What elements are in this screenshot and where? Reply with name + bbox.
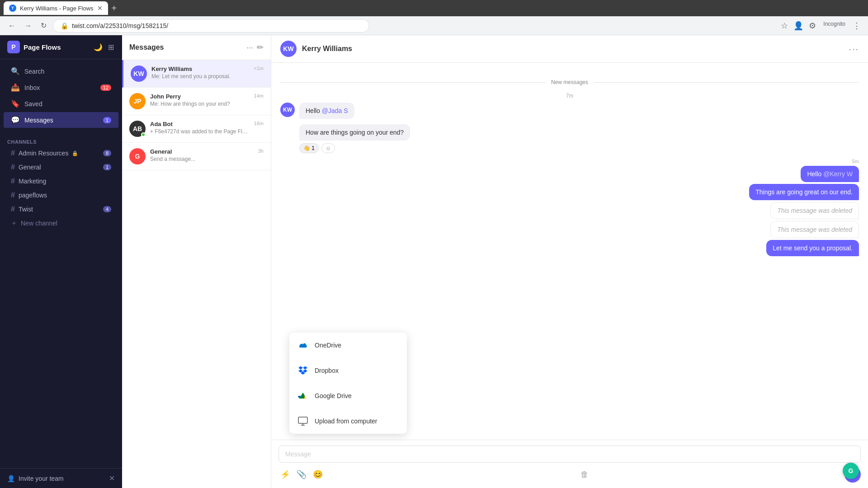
upload-label: Upload from computer: [315, 418, 377, 425]
bookmark-button[interactable]: ☆: [779, 19, 790, 33]
inbox-label: Inbox: [24, 84, 40, 91]
sidebar-item-inbox[interactable]: 📥 Inbox 12: [4, 80, 118, 95]
channel-item-general[interactable]: # General 1: [7, 160, 115, 174]
new-messages-label: New messages: [551, 79, 588, 85]
messages-more-button[interactable]: ···: [246, 42, 253, 52]
moon-icon-button[interactable]: 🌙: [93, 42, 104, 52]
onedrive-icon: [297, 339, 309, 352]
new-channel-button[interactable]: ＋ New channel: [7, 216, 115, 230]
conversation-content-john: John Perry Me: How are things on your en…: [150, 93, 250, 109]
time-kerry: <1m: [254, 66, 264, 82]
profile-button[interactable]: 👤: [792, 19, 805, 33]
back-button[interactable]: ←: [5, 20, 18, 32]
gdrive-label: Google Drive: [315, 392, 352, 399]
attachment-popup: OneDrive Dropbox: [289, 333, 407, 434]
messages-header-actions: ··· ✏: [246, 42, 264, 52]
sender-name-kerry: Kerry Williams: [151, 66, 249, 72]
message-time-7m: 7m: [280, 93, 859, 99]
messages-label: Messages: [24, 117, 53, 124]
url-text: twist.com/a/225310/msg/1582115/: [72, 22, 168, 29]
chat-wrapper: New messages 7m KW Hello @Jada S: [271, 63, 868, 488]
channel-pageflows-name: pageflows: [19, 192, 47, 199]
browser-chrome: T Kerry Williams - Page Flows ✕ +: [0, 0, 868, 16]
invite-label: Invite your team: [19, 475, 64, 482]
lightning-button[interactable]: ⚡: [278, 468, 292, 481]
popup-gdrive[interactable]: Google Drive: [289, 383, 407, 408]
popup-dropbox[interactable]: Dropbox: [289, 358, 407, 383]
sender-name-general: General: [150, 148, 254, 155]
dropbox-icon: [297, 364, 309, 377]
hello-message-bubble: Hello @Jada S: [299, 103, 354, 119]
sender-name-ada: Ada Bot: [150, 121, 250, 127]
sender-name-john: John Perry: [150, 93, 250, 100]
plus-icon: ＋: [11, 219, 17, 227]
channels-heading: Channels: [7, 139, 115, 145]
outgoing-section: 5m Hello @Kerry W Things are going great…: [280, 159, 859, 258]
conversation-item-general[interactable]: G General Send a message... 3h: [122, 143, 271, 170]
popup-upload[interactable]: Upload from computer: [289, 408, 407, 434]
app-container: P Page Flows 🌙 ⊞ 🔍 Search 📥 Inbox 12 🔖 S…: [0, 35, 868, 488]
messages-panel: Messages ··· ✏ KW Kerry Williams Me: Let…: [122, 35, 271, 488]
lock-icon: 🔒: [72, 150, 78, 156]
chat-contact-avatar: KW: [280, 41, 297, 57]
emoji-button[interactable]: 😊: [311, 468, 325, 481]
popup-onedrive[interactable]: OneDrive: [289, 333, 407, 358]
reload-button[interactable]: ↻: [38, 19, 49, 32]
incoming-message-howthings: How are things going on your end? 👋 1 ☺: [280, 124, 859, 153]
tab-favicon: T: [9, 5, 16, 12]
sidebar-item-messages[interactable]: 💬 Messages 1: [4, 112, 118, 128]
message-input-area: Message ⚡ 📎 😊 🗑: [271, 440, 868, 488]
channel-general-name: General: [19, 164, 41, 171]
deleted-message-2: This message was deleted: [770, 221, 859, 238]
wave-reaction[interactable]: 👋 1: [299, 143, 319, 153]
new-tab-button[interactable]: +: [112, 3, 117, 14]
online-indicator: [141, 132, 146, 137]
delete-message-button[interactable]: 🗑: [580, 470, 589, 479]
address-bar[interactable]: 🔒 twist.com/a/225310/msg/1582115/: [53, 19, 369, 33]
preview-general: Send a message...: [150, 156, 254, 162]
divider-line-right: [594, 82, 859, 83]
mention-jada: @Jada S: [322, 107, 348, 114]
layout-icon-button[interactable]: ⊞: [107, 42, 115, 52]
upload-icon: [297, 415, 309, 427]
chat-header: KW Kerry Williams ···: [271, 35, 868, 63]
channel-item-marketing[interactable]: # Marketing: [7, 174, 115, 188]
incoming-content-howthings: How are things going on your end? 👋 1 ☺: [299, 124, 410, 153]
tab-close-button[interactable]: ✕: [97, 5, 103, 12]
compose-button[interactable]: ✏: [257, 42, 264, 52]
chat-more-button[interactable]: ···: [849, 44, 859, 54]
messages-panel-header: Messages ··· ✏: [122, 35, 271, 60]
conversation-item-kerry[interactable]: KW Kerry Williams Me: Let me send you a …: [122, 60, 271, 88]
chat-area: KW Kerry Williams ··· New messages 7m KW: [271, 35, 868, 488]
channel-item-pageflows[interactable]: # pageflows: [7, 188, 115, 202]
mention-kerry: @Kerry W: [823, 170, 853, 178]
general-badge: 1: [103, 164, 111, 170]
messages-panel-title: Messages: [129, 43, 246, 52]
channel-item-twist[interactable]: # Twist 4: [7, 202, 115, 216]
forward-button[interactable]: →: [22, 20, 34, 32]
conversation-item-ada[interactable]: AB Ada Bot + F6e4727d was added to the P…: [122, 115, 271, 143]
add-reaction-button[interactable]: ☺: [321, 143, 335, 153]
tab-title: Kerry Williams - Page Flows: [20, 5, 94, 12]
hash-icon: #: [11, 149, 15, 157]
channel-item-admin[interactable]: # Admin Resources 🔒 8: [7, 146, 115, 160]
sidebar-header-actions: 🌙 ⊞: [93, 42, 115, 52]
invite-close-button[interactable]: ✕: [109, 474, 115, 483]
extensions-button[interactable]: ⚙: [807, 19, 818, 33]
inbox-badge: 12: [100, 84, 111, 91]
search-icon: 🔍: [11, 67, 20, 75]
conversation-item-john[interactable]: JP John Perry Me: How are things on your…: [122, 88, 271, 115]
sidebar-item-search[interactable]: 🔍 Search: [4, 63, 118, 79]
message-input[interactable]: Message: [278, 446, 861, 463]
menu-button[interactable]: ⋮: [851, 19, 863, 33]
saved-icon: 🔖: [11, 99, 20, 108]
browser-tab[interactable]: T Kerry Williams - Page Flows ✕: [4, 1, 108, 15]
svg-rect-0: [298, 417, 307, 423]
invite-team-button[interactable]: 👤 Invite your team: [7, 475, 64, 482]
sidebar-item-saved[interactable]: 🔖 Saved: [4, 96, 118, 112]
grammarly-button[interactable]: G: [843, 463, 859, 479]
attachment-button[interactable]: 📎: [295, 468, 308, 481]
messages-badge: 1: [103, 117, 111, 123]
channels-section: Channels # Admin Resources 🔒 8 # General…: [0, 136, 122, 234]
preview-kerry: Me: Let me send you a proposal.: [151, 73, 249, 80]
